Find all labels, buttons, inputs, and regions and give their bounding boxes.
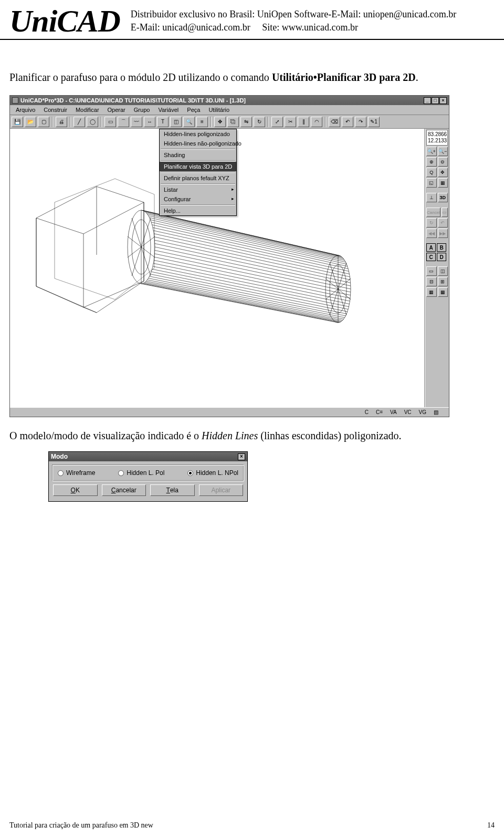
panel-icon[interactable]: ▭ xyxy=(442,208,448,217)
tela-button[interactable]: Tela xyxy=(150,484,195,496)
menu-bar[interactable]: Arquivo Construir Modificar Operar Grupo… xyxy=(10,105,449,115)
pan-icon[interactable]: ✥ xyxy=(438,168,448,177)
status-vg[interactable]: VG xyxy=(419,409,426,415)
radio-wireframe[interactable]: Wireframe xyxy=(58,469,95,477)
svg-line-29 xyxy=(153,263,349,304)
view-b-button[interactable]: B xyxy=(437,243,446,252)
nav-next-icon[interactable]: ▶▶ xyxy=(438,229,448,238)
nav-prev-icon[interactable]: ◀◀ xyxy=(426,229,437,238)
dd-planificar[interactable]: Planificar vista 3D para 2D xyxy=(160,162,236,171)
radio-icon[interactable] xyxy=(58,470,64,476)
refresh-icon[interactable]: ↻ xyxy=(426,218,437,228)
status-bar: C C= VA VC VG ▧ xyxy=(10,407,449,417)
dd-hidden-polig[interactable]: Hidden-lines poligonizado xyxy=(160,129,236,139)
fit-icon[interactable]: ▦ xyxy=(438,178,448,188)
tb-line-icon[interactable]: ╱ xyxy=(74,117,85,127)
tb-offset-icon[interactable]: ‖ xyxy=(298,117,309,127)
tb-undo-icon[interactable]: ↶ xyxy=(342,117,353,127)
view-c-button[interactable]: C xyxy=(426,253,436,261)
menu-construir[interactable]: Construir xyxy=(40,106,71,113)
dialog-close-button[interactable]: × xyxy=(238,453,245,460)
layout5-icon[interactable]: ▦ xyxy=(426,287,437,297)
dd-configurar[interactable]: Configurar xyxy=(160,194,236,204)
tb-circle-icon[interactable]: ◯ xyxy=(87,117,98,127)
canvas[interactable]: Hidden-lines poligonizado Hidden-lines n… xyxy=(10,129,425,407)
cad-app-window: UniCAD*Pro*3D - C:\UNICAD\UNICAD TUTORIA… xyxy=(9,95,449,417)
ok-button[interactable]: OK xyxy=(53,484,98,496)
svg-line-19 xyxy=(153,231,349,274)
header-line2: E-Mail: unicad@unicad.com.br Site: www.u… xyxy=(131,21,456,34)
menu-variavel[interactable]: Variável xyxy=(154,106,182,113)
layout3-icon[interactable]: ⊟ xyxy=(426,277,437,286)
zoom-mag-minus-icon[interactable]: 🔍− xyxy=(438,147,448,156)
tb-mirror-icon[interactable]: ⇋ xyxy=(240,117,252,127)
tb-view-icon[interactable]: ◫ xyxy=(170,117,182,127)
menu-utilitario[interactable]: Utilitário xyxy=(205,106,233,113)
header-site: Site: www.unicad.com.br xyxy=(262,22,358,33)
tb-trim-icon[interactable]: ✂ xyxy=(285,117,296,127)
tb-new-icon[interactable]: ▢ xyxy=(38,117,49,127)
tb-rotate-icon[interactable]: ↻ xyxy=(254,117,265,127)
menu-peca[interactable]: Peça xyxy=(183,106,204,113)
view-d-button[interactable]: D xyxy=(437,253,446,261)
zoom-plus-icon[interactable]: ⊕ xyxy=(426,157,437,167)
zoom-all-icon[interactable]: ◱ xyxy=(426,178,437,188)
tb-open-icon[interactable]: 📂 xyxy=(25,117,36,127)
menu-operar[interactable]: Operar xyxy=(104,106,129,113)
dialog-titlebar[interactable]: Modo × xyxy=(49,452,247,461)
dd-definir-planos[interactable]: Definir planos fefault XYZ xyxy=(160,173,236,183)
tb-layer-icon[interactable]: ≡ xyxy=(196,117,208,127)
status-ceq[interactable]: C= xyxy=(376,409,383,415)
back-icon[interactable]: ↶ xyxy=(438,218,448,228)
zoom-minus-icon[interactable]: ⊖ xyxy=(438,157,448,167)
layout4-icon[interactable]: ⊞ xyxy=(438,277,448,286)
tb-text-icon[interactable]: T xyxy=(157,117,169,127)
cancel-icon[interactable]: Cancel xyxy=(426,208,440,217)
cancel-button[interactable]: Cancelar xyxy=(102,484,146,496)
maximize-button[interactable]: □ xyxy=(432,97,439,104)
tb-copy-icon[interactable]: ⿻ xyxy=(227,117,239,127)
status-grip-icon[interactable]: ▧ xyxy=(434,409,438,415)
tb-print-icon[interactable]: 🖨 xyxy=(56,117,67,127)
radio-hidden-pol[interactable]: Hidden L. Pol xyxy=(118,469,164,477)
tb-curve-icon[interactable]: 〰 xyxy=(131,117,142,127)
axes-icon[interactable]: ⊥ xyxy=(426,193,437,202)
layout1-icon[interactable]: ▭ xyxy=(426,266,437,276)
zoom-q-icon[interactable]: Q xyxy=(426,168,437,177)
status-va[interactable]: VA xyxy=(390,409,397,415)
dd-listar[interactable]: Listar xyxy=(160,185,236,194)
status-vc[interactable]: VC xyxy=(404,409,412,415)
tb-dim-icon[interactable]: ↔ xyxy=(144,117,155,127)
tb-scale-icon[interactable]: ⤢ xyxy=(271,117,283,127)
close-button[interactable]: × xyxy=(439,97,447,104)
tb-save-icon[interactable]: 💾 xyxy=(12,117,23,127)
dd-shading[interactable]: Shading xyxy=(160,150,236,160)
3d-button[interactable]: 3D xyxy=(438,193,448,202)
menu-arquivo[interactable]: Arquivo xyxy=(12,106,39,113)
dd-hidden-naopolig[interactable]: Hidden-lines não-poligonizado xyxy=(160,139,236,148)
aplicar-button[interactable]: Aplicar xyxy=(199,484,244,496)
tb-arc-icon[interactable]: ⌒ xyxy=(118,117,129,127)
tb-redo-icon[interactable]: ↷ xyxy=(355,117,366,127)
status-c[interactable]: C xyxy=(365,409,369,415)
titlebar[interactable]: UniCAD*Pro*3D - C:\UNICAD\UNICAD TUTORIA… xyxy=(10,96,449,105)
tb-move-icon[interactable]: ✥ xyxy=(214,117,226,127)
tb-select-icon[interactable]: ▭ xyxy=(104,117,116,127)
radio-icon[interactable] xyxy=(118,470,124,476)
radio-icon[interactable] xyxy=(187,470,193,476)
tb-erase-icon[interactable]: ⌫ xyxy=(329,117,340,127)
utilitario-dropdown[interactable]: Hidden-lines poligonizado Hidden-lines n… xyxy=(159,129,237,216)
layout2-icon[interactable]: ◫ xyxy=(438,266,448,276)
radio-hidden-npol[interactable]: Hidden L. NPol xyxy=(187,469,238,477)
minimize-button[interactable]: _ xyxy=(424,97,431,104)
menu-modificar[interactable]: Modificar xyxy=(72,106,103,113)
menu-grupo[interactable]: Grupo xyxy=(130,106,154,113)
dd-help[interactable]: Help... xyxy=(160,206,236,215)
layout6-icon[interactable]: ▩ xyxy=(438,287,448,297)
zoom-mag-plus-icon[interactable]: 🔍+ xyxy=(426,147,437,156)
toolbar[interactable]: 💾 📂 ▢ 🖨 ╱ ◯ ▭ ⌒ 〰 ↔ T ◫ 🔍 ≡ ✥ ⿻ ⇋ ↻ ⤢ ✂ … xyxy=(10,115,449,129)
tb-fillet-icon[interactable]: ◠ xyxy=(311,117,322,127)
tb-pen-icon[interactable]: ✎1 xyxy=(368,117,380,127)
tb-zoom-icon[interactable]: 🔍 xyxy=(183,117,195,127)
view-a-button[interactable]: A xyxy=(426,243,436,252)
